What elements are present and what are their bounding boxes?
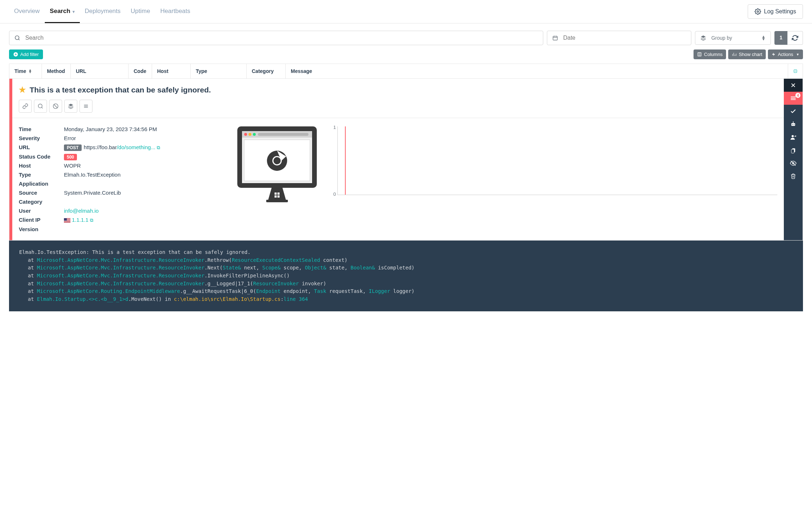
svg-line-2 [18,39,20,40]
chart-icon [732,52,737,57]
count-refresh: 1 [774,31,803,45]
permalink-button[interactable] [19,100,32,113]
stacktrace-frame: at Microsoft.AspNetCore.Mvc.Infrastructu… [19,256,793,264]
copy-button[interactable] [784,144,803,157]
search-toolbar: Group by ▲▼ 1 [0,23,812,49]
field-value: Elmah.Io.TestException [64,172,221,178]
assign-user-button[interactable] [784,131,803,144]
svg-point-54 [793,121,794,122]
field-value: POSThttps://foo.bar/do/something...⧉ [64,144,221,151]
th-message[interactable]: Message [286,64,788,78]
mark-fixed-button[interactable] [784,105,803,118]
external-link-icon[interactable]: ⧉ [157,145,160,150]
th-method[interactable]: Method [42,64,71,78]
field-label: Status Code [19,153,64,160]
ignore-button[interactable] [49,100,62,113]
gear-icon [755,8,761,15]
severity-bar [9,79,12,240]
top-nav: Overview Search▾ Deployments Uptime Hear… [0,0,812,23]
tab-search[interactable]: Search▾ [45,0,80,23]
svg-rect-42 [277,193,280,195]
field-label: Category [19,199,64,205]
group-button[interactable] [64,100,77,113]
tab-uptime[interactable]: Uptime [126,0,155,23]
date-input[interactable] [563,35,686,41]
th-url[interactable]: URL [71,64,129,78]
field-label: Type [19,172,64,178]
field-label: Source [19,190,64,196]
ip-link[interactable]: 1.1.1.1 [72,217,88,223]
layers-icon [700,35,706,41]
svg-rect-11 [698,53,701,56]
stacktrace: Elmah.Io.TestException: This is a test e… [9,241,803,311]
field-value [64,226,221,232]
add-filter-button[interactable]: Add filter [9,49,43,59]
external-link-icon[interactable]: ⧉ [90,217,93,223]
close-button[interactable] [784,79,803,92]
detail-sidebar: 4 [784,79,803,240]
search-input[interactable] [25,35,538,41]
field-value: WOPR [64,163,221,169]
tab-overview[interactable]: Overview [9,0,45,23]
list-button[interactable] [79,100,92,113]
svg-rect-19 [794,70,797,73]
stacktrace-header: Elmah.Io.TestException: This is a test e… [19,248,793,256]
svg-marker-24 [68,104,73,106]
groupby-label: Group by [711,35,732,41]
hide-button[interactable] [784,157,803,170]
th-category[interactable]: Category [247,64,286,78]
browser-os-illustration [236,125,319,202]
field-value: System.Private.CoreLib [64,190,221,196]
field-label: Severity [19,135,64,141]
us-flag-icon [64,218,70,222]
result-count: 1 [774,31,787,45]
tab-heartbeats[interactable]: Heartbeats [155,0,195,23]
search-similar-button[interactable] [34,100,47,113]
user-link[interactable]: info@elmah.io [64,208,99,214]
sort-icon: ▲▼ [28,69,32,73]
th-code[interactable]: Code [129,64,152,78]
columns-button[interactable]: Columns [694,49,726,59]
occurrence-chart: 1 0 [329,125,777,197]
field-value [64,181,221,187]
delete-button[interactable] [784,170,803,183]
show-chart-button[interactable]: Show chart [728,49,766,59]
groupby-select[interactable]: Group by ▲▼ [695,31,771,45]
stacktrace-frame: at Microsoft.AspNetCore.Routing.Endpoint… [19,287,793,295]
url-link[interactable]: /do/something... [117,144,155,150]
svg-point-32 [249,133,251,136]
svg-point-1 [15,36,19,40]
similar-errors-button[interactable]: 4 [784,92,803,105]
svg-rect-3 [553,36,557,40]
detail-panel: ★ This is a test exception that can be s… [9,79,803,241]
stacktrace-frame: at Microsoft.AspNetCore.Mvc.Infrastructu… [19,264,793,272]
detail-title: ★ This is a test exception that can be s… [19,85,777,95]
th-time[interactable]: Time▲▼ [9,64,42,78]
svg-rect-59 [791,149,794,153]
svg-marker-7 [701,35,706,38]
actions-button[interactable]: Actions ▼ [768,49,803,59]
field-label: Application [19,181,64,187]
tab-deployments[interactable]: Deployments [80,0,126,23]
field-label: Version [19,226,64,232]
th-type[interactable]: Type [191,64,247,78]
refresh-button[interactable] [787,31,803,45]
bot-button[interactable] [784,118,803,131]
log-settings-button[interactable]: Log Settings [748,4,803,19]
field-label: Client IP [19,217,64,223]
stacktrace-frame: at Microsoft.AspNetCore.Mvc.Infrastructu… [19,280,793,288]
collapse-all-button[interactable] [788,64,803,78]
nav-tabs: Overview Search▾ Deployments Uptime Hear… [9,0,748,23]
field-value: Error [64,135,221,141]
th-host[interactable]: Host [152,64,191,78]
y-tick: 0 [329,191,336,197]
svg-point-55 [792,135,794,137]
stacktrace-frame: at Microsoft.AspNetCore.Mvc.Infrastructu… [19,272,793,280]
field-label: Time [19,126,64,132]
star-icon[interactable]: ★ [19,85,26,95]
calendar-icon [552,35,558,41]
search-box[interactable] [9,31,543,45]
date-box[interactable] [547,31,691,45]
caret-down-icon: ▾ [73,9,75,14]
caret-down-icon: ▼ [796,53,799,56]
